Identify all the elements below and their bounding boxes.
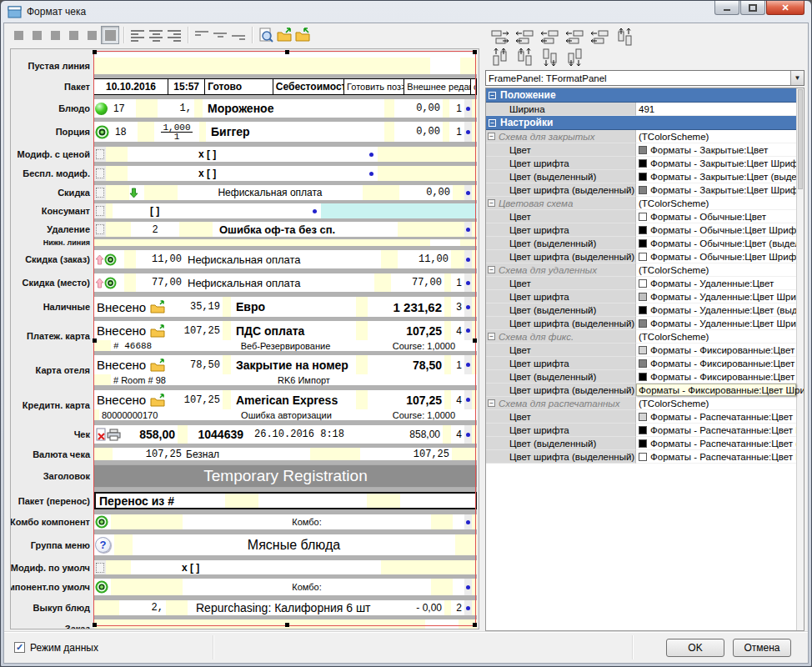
row-repurchase[interactable]: Выкуп блюд 2, Repurchasing: Калифорния 6… — [11, 600, 477, 615]
row-deletion[interactable]: Удаление 2 Ошибка оф-та без сп. — [11, 222, 477, 237]
minimize-button[interactable] — [714, 1, 739, 15]
prop-row[interactable]: Цвет шрифта (выделенный)Форматы - Закрыт… — [486, 183, 796, 197]
row-mod-default[interactable]: Модиф. по умолч x [ ] — [11, 560, 477, 574]
collapse-icon[interactable]: − — [489, 119, 496, 127]
prop-value[interactable]: Форматы - Распечатанные:Цвет — [636, 410, 796, 424]
prop-value[interactable]: Форматы - Распечатанные:Цвет (выделенн — [636, 437, 796, 450]
shift-right-button[interactable] — [587, 27, 612, 47]
row-portion[interactable]: Порция 18 1,0001 Биггер 0,00 — [11, 122, 477, 142]
prop-value[interactable]: Форматы - Фиксированные:Цвет — [636, 344, 796, 357]
prop-value[interactable]: Форматы - Обычные:Цвет (выделенный) — [636, 237, 796, 250]
prop-row[interactable]: ЦветФорматы - Фиксированные:Цвет — [486, 344, 796, 357]
shift-up-button[interactable] — [612, 27, 637, 47]
collapse-icon[interactable]: − — [488, 199, 495, 207]
prop-row[interactable]: Цвет шрифтаФорматы - Фиксированные:Цвет … — [486, 357, 796, 370]
object-selector[interactable]: FramePanel: TFormatPanel ▼ — [485, 70, 804, 86]
prop-value[interactable]: Форматы - Закрытые:Цвет (выделенный) — [636, 170, 796, 183]
maximize-button[interactable] — [740, 1, 765, 15]
prop-row[interactable]: Цвет шрифта (выделенный)Форматы - Удален… — [486, 317, 796, 330]
data-mode-checkbox[interactable]: ✓ — [14, 642, 25, 653]
row-credit-card[interactable]: Кредитн. карта Внесено 107,25 American E… — [11, 390, 477, 420]
collapse-icon[interactable]: − — [488, 266, 495, 273]
section-position[interactable]: −Положение — [486, 88, 796, 103]
prop-value[interactable]: 491 — [636, 103, 796, 116]
row-mod-free[interactable]: Беспл. модиф. x [ ] — [11, 166, 477, 181]
align-line-middle-button[interactable] — [211, 26, 229, 44]
scrollbar[interactable] — [796, 88, 804, 630]
prop-row[interactable]: Цвет (выделенный)Форматы - Распечатанные… — [486, 437, 796, 450]
align-text-center-button[interactable] — [147, 26, 165, 44]
section-settings[interactable]: −Настройки — [486, 116, 796, 130]
shift-left-button[interactable] — [487, 27, 512, 47]
size-button-1[interactable] — [9, 26, 28, 44]
collapse-icon[interactable]: − — [488, 399, 495, 407]
size-button-3[interactable] — [46, 26, 64, 44]
row-header[interactable]: Заголовок Temporary Registration — [11, 464, 477, 488]
prop-value[interactable]: Форматы - Фиксированные:Цвет Шрифта — [636, 357, 796, 370]
align-left-edges-button[interactable] — [512, 27, 537, 47]
align-text-left-button[interactable] — [128, 26, 147, 44]
row-packet-transfer[interactable]: Пакет (перенос) Перенос из # — [11, 492, 477, 509]
export-button[interactable] — [293, 26, 312, 44]
size-button-5[interactable] — [83, 26, 101, 44]
prop-value[interactable]: Форматы - Закрытые:Цвет Шрифта (выделе — [636, 183, 796, 197]
prop-row[interactable]: ЦветФорматы - Обычные:Цвет — [486, 210, 796, 223]
prop-row[interactable]: Цвет шрифтаФорматы - Распечатанные:Цвет … — [486, 424, 796, 437]
cancel-button[interactable]: Отмена — [733, 639, 791, 657]
align-text-right-button[interactable] — [165, 26, 183, 44]
row-mod-priced[interactable]: Модиф. с ценой x [ ] — [11, 147, 477, 162]
prop-row[interactable]: Цвет шрифтаФорматы - Удаленные:Цвет Шриф… — [486, 290, 796, 303]
scrollbar-thumb[interactable] — [798, 89, 803, 189]
prop-row[interactable]: Цвет шрифтаФорматы - Закрытые:Цвет Шрифт… — [486, 157, 796, 170]
prop-value[interactable]: Форматы - Удаленные:Цвет Шрифта — [636, 290, 796, 303]
spread-vertical-button[interactable] — [537, 47, 562, 67]
align-top-edges-button[interactable] — [487, 47, 512, 67]
prop-row[interactable]: ЦветФорматы - Закрытые:Цвет — [486, 143, 796, 157]
chevron-down-icon[interactable]: ▼ — [790, 71, 804, 85]
prop-row[interactable]: Цвет шрифтаФорматы - Обычные:Цвет Шрифта — [486, 223, 796, 237]
prop-group-row[interactable]: −Схема для закрытых(TColorScheme) — [486, 130, 796, 143]
prop-group-row[interactable]: −Схема для фикс.(TColorScheme) — [486, 330, 796, 344]
collapse-icon[interactable]: − — [488, 333, 495, 340]
row-bottom-line[interactable]: Нижн. линия — [11, 239, 477, 246]
prop-row[interactable]: Цвет шрифта (выделенный)Форматы - Фиксир… — [486, 384, 796, 397]
row-check-currency[interactable]: Валюта чека 107,25 Безнал 107,25 — [11, 448, 477, 460]
row-consumant[interactable]: Консумант [ ] — [11, 203, 477, 218]
collapse-icon[interactable]: − — [489, 92, 496, 99]
prop-value[interactable]: Форматы - Удаленные:Цвет — [636, 277, 796, 290]
row-cash[interactable]: Наличные Внесено 35,19 Евро 1 231,62 — [11, 297, 477, 317]
same-height-button[interactable] — [512, 47, 537, 67]
row-check[interactable]: Чек 858,00 1044639 26.10.2016 8:18 858,0… — [11, 425, 477, 444]
collapse-icon[interactable]: − — [488, 133, 495, 140]
prop-value[interactable]: Форматы - Фиксированные:Цвет Шрифта (выд… — [636, 384, 796, 397]
import-button[interactable] — [275, 26, 293, 44]
preview-button[interactable] — [257, 26, 275, 44]
shift-down-button[interactable] — [562, 47, 587, 67]
row-order[interactable]: Заказ — [11, 619, 477, 629]
row-combo-component[interactable]: Комбо компонент Комбо: — [11, 514, 477, 529]
prop-group-row[interactable]: −Схема для распечатанных(TColorScheme) — [486, 397, 796, 410]
row-discount-place[interactable]: Скидка (место) 77,00 Нефискальная оплата… — [11, 273, 477, 292]
titlebar[interactable]: Формат чека ✕ — [1, 1, 811, 23]
row-discount[interactable]: Скидка Нефискальная оплата 0,00 — [11, 185, 477, 200]
prop-row[interactable]: Цвет (выделенный)Форматы - Обычные:Цвет … — [486, 237, 796, 250]
receipt-format-editor[interactable]: Пустая линия Пакет 10.10.2016 15:57 Гото… — [10, 48, 479, 629]
close-button[interactable]: ✕ — [766, 1, 804, 15]
prop-value[interactable]: Форматы - Распечатанные:Цвет Шрифта — [636, 424, 796, 437]
row-packet[interactable]: Пакет 10.10.2016 15:57 Готово Себестоимо… — [11, 78, 477, 95]
row-menu-group[interactable]: Группа меню ? Мясные блюда — [11, 534, 477, 555]
prop-row-width[interactable]: Ширина 491 — [486, 103, 796, 116]
align-line-bottom-button[interactable] — [229, 26, 248, 44]
prop-row[interactable]: Цвет шрифта (выделенный)Форматы - Распеч… — [486, 450, 796, 464]
size-button-4[interactable] — [64, 26, 83, 44]
row-comp-default[interactable]: омпонент.по умолч Комбо: — [11, 579, 477, 595]
prop-value[interactable]: Форматы - Удаленные:Цвет Шрифта (выдел — [636, 317, 796, 330]
prop-row[interactable]: ЦветФорматы - Удаленные:Цвет — [486, 277, 796, 290]
prop-value[interactable]: Форматы - Обычные:Цвет Шрифта — [636, 223, 796, 237]
size-button-6[interactable] — [101, 26, 119, 44]
row-dish[interactable]: Блюдо 17 1, Мороженое 0,00 — [11, 99, 477, 118]
prop-row[interactable]: Цвет (выделенный)Форматы - Фиксированные… — [486, 370, 796, 384]
prop-group-row[interactable]: −Схема для удаленных(TColorScheme) — [486, 263, 796, 277]
ok-button[interactable]: OK — [666, 639, 724, 657]
prop-value[interactable]: Форматы - Обычные:Цвет — [636, 210, 796, 223]
